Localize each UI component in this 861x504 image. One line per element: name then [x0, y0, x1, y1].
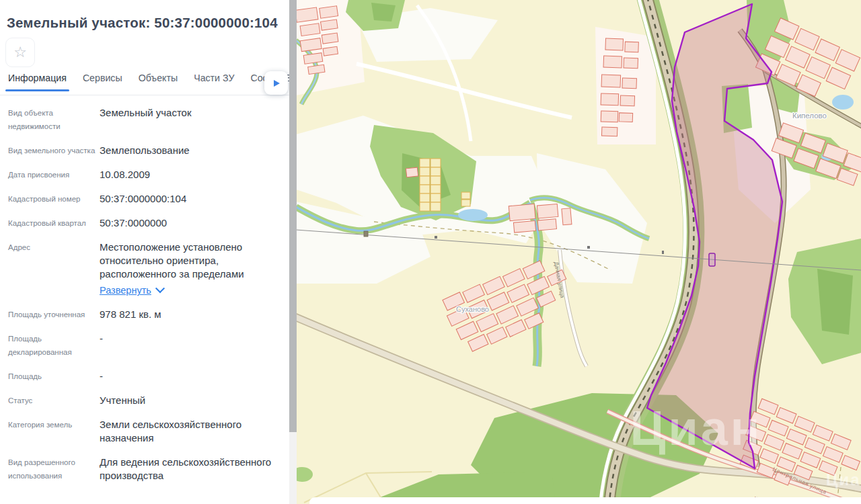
field-row: Площадь- — [8, 359, 281, 383]
address-value: Местоположение установлено относительно … — [100, 241, 244, 280]
tab-objects[interactable]: Объекты — [139, 73, 178, 91]
svg-text:Циан: Циан — [630, 401, 762, 455]
expand-address-link[interactable]: Развернуть — [100, 284, 151, 297]
label-kipelovo: Кипелово — [792, 112, 827, 120]
fields-list: Вид объекта недвижимостиЗемельный участо… — [0, 95, 289, 482]
parcel-info-panel: Земельный участок: 50:37:0000000:104 ☆ И… — [0, 0, 289, 504]
panel-scrollbar[interactable] — [289, 0, 297, 504]
chevron-down-icon[interactable] — [155, 284, 165, 293]
field-row: СтатусУчтенный — [8, 383, 281, 407]
arrow-right-icon — [274, 80, 280, 87]
field-row: Кадастровый номер50:37:0000000:104 — [8, 181, 281, 206]
scrollbar-thumb[interactable] — [289, 0, 297, 432]
field-row: Кадастровый квартал50:37:0000000 — [8, 206, 281, 230]
app-window: Земельный участок: 50:37:0000000:104 ☆ И… — [0, 0, 861, 504]
tab-information[interactable]: Информация — [8, 73, 67, 91]
field-row: Вид земельного участкаЗемлепользование — [8, 133, 281, 157]
field-row-address: Адрес Местоположение установлено относит… — [8, 230, 281, 297]
star-icon: ☆ — [13, 45, 27, 60]
map-bottom-bar — [309, 497, 861, 504]
page-title: Земельный участок: 50:37:0000000:104 — [7, 15, 283, 31]
tab-parcel-parts[interactable]: Части ЗУ — [194, 73, 234, 91]
field-row: Дата присвоения10.08.2009 — [8, 157, 281, 181]
tabs-scroll-right-button[interactable] — [264, 71, 288, 95]
field-row: Площадь уточненная978 821 кв. м — [8, 297, 281, 321]
field-row: Площадь декларированная- — [8, 321, 281, 359]
map-canvas[interactable]: Кипелово Суханово Дачная улица Центральн… — [297, 0, 861, 504]
tab-bar: Информация Сервисы Объекты Части ЗУ Сост… — [0, 73, 289, 95]
field-row: Вид разрешенного использованияДля ведени… — [8, 445, 281, 482]
field-row: Вид объекта недвижимостиЗемельный участо… — [8, 95, 281, 133]
tab-services[interactable]: Сервисы — [83, 73, 122, 91]
field-row: Категория земельЗемли сельскохозяйственн… — [8, 407, 281, 445]
favorite-button[interactable]: ☆ — [5, 38, 35, 67]
label-sukhanovo: Суханово — [456, 305, 489, 313]
small-parcel-marker[interactable] — [709, 253, 715, 266]
svg-text:Циан: Циан — [826, 470, 861, 489]
